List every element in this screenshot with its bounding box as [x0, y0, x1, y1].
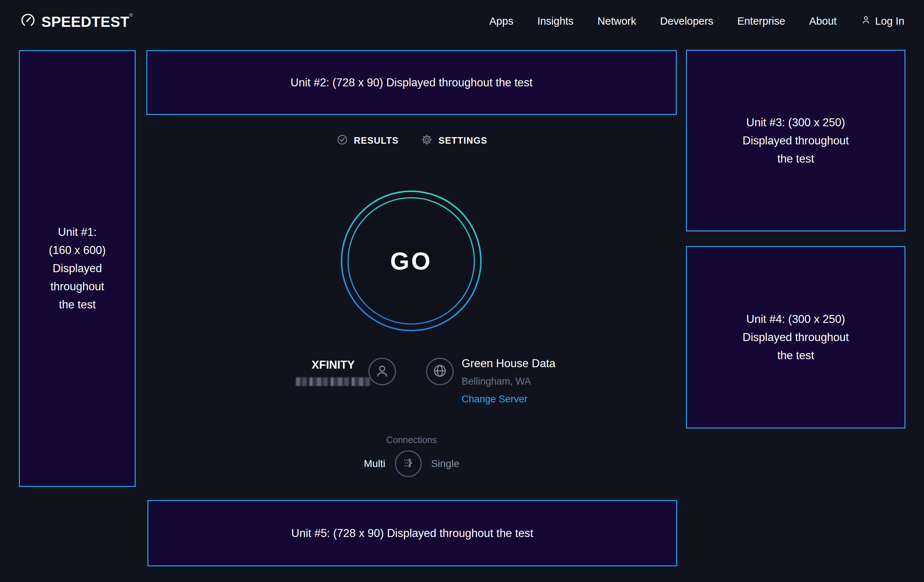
ad-unit-1-text: Unit #1:(160 x 600)Displayedthroughoutth… [49, 223, 106, 314]
connections-toggle-button[interactable] [395, 450, 422, 477]
speedtest-page: SPEEDTEST® Apps Insights Network Develop… [0, 0, 924, 582]
connections-mode-multi[interactable]: Multi [364, 458, 385, 470]
ad-unit-2[interactable]: Unit #2: (728 x 90) Displayed throughout… [146, 50, 677, 115]
trademark-mark: ® [129, 12, 133, 18]
connections-title: Connections [146, 435, 677, 445]
ad-unit-3[interactable]: Unit #3: (300 x 250)Displayed throughout… [686, 50, 906, 231]
check-circle-icon [336, 133, 349, 148]
server-info: Green House Data Bellingham, WA Change S… [462, 357, 555, 405]
nav-item-about[interactable]: About [809, 15, 837, 27]
person-icon [374, 363, 390, 380]
nav-menu: Apps Insights Network Developers Enterpr… [489, 15, 904, 28]
go-button[interactable]: GO [338, 188, 484, 333]
change-server-link[interactable]: Change Server [462, 394, 555, 405]
nav-item-network[interactable]: Network [597, 15, 636, 27]
isp-user-badge [368, 358, 396, 385]
masked-ip-address [296, 378, 371, 386]
nav-item-insights[interactable]: Insights [537, 15, 573, 27]
ad-unit-5-text: Unit #5: (728 x 90) Displayed throughout… [291, 524, 533, 542]
ad-unit-4[interactable]: Unit #4: (300 x 250)Displayed throughout… [686, 246, 906, 429]
server-location: Bellingham, WA [462, 376, 555, 387]
ad-unit-5[interactable]: Unit #5: (728 x 90) Displayed throughout… [147, 500, 677, 566]
multi-connections-arrows-icon [400, 455, 417, 473]
view-tabs: RESULTS [146, 128, 677, 153]
tab-results[interactable]: RESULTS [336, 133, 398, 148]
tab-settings[interactable]: SETTINGS [420, 133, 487, 148]
user-icon [860, 15, 871, 28]
connections-section: Connections Multi Single [146, 435, 677, 477]
ad-unit-4-text: Unit #4: (300 x 250)Displayed throughout… [742, 310, 849, 364]
nav-item-developers[interactable]: Developers [660, 15, 713, 27]
brand-name: SPEEDTEST® [41, 12, 133, 30]
top-nav: SPEEDTEST® Apps Insights Network Develop… [0, 0, 924, 42]
connections-mode-single[interactable]: Single [431, 458, 459, 470]
nav-item-apps[interactable]: Apps [489, 15, 513, 27]
isp-name: XFINITY [288, 358, 378, 371]
tab-results-label: RESULTS [354, 135, 398, 146]
ad-unit-3-text: Unit #3: (300 x 250)Displayed throughout… [742, 114, 849, 168]
ad-unit-1[interactable]: Unit #1:(160 x 600)Displayedthroughoutth… [19, 50, 136, 487]
go-button-label: GO [338, 188, 484, 333]
login-label: Log In [875, 15, 904, 27]
speedometer-icon [20, 12, 36, 30]
globe-icon [432, 363, 448, 381]
ad-unit-2-text: Unit #2: (728 x 90) Displayed throughout… [291, 74, 533, 92]
nav-item-enterprise[interactable]: Enterprise [737, 15, 785, 27]
isp-info: XFINITY [288, 358, 378, 387]
tab-settings-label: SETTINGS [439, 135, 487, 146]
speedtest-logo[interactable]: SPEEDTEST® [20, 12, 133, 30]
gear-icon [420, 133, 433, 148]
login-button[interactable]: Log In [860, 15, 904, 28]
server-name: Green House Data [462, 357, 555, 370]
connections-toggle-row: Multi Single [146, 450, 677, 477]
server-globe-badge [426, 358, 454, 385]
